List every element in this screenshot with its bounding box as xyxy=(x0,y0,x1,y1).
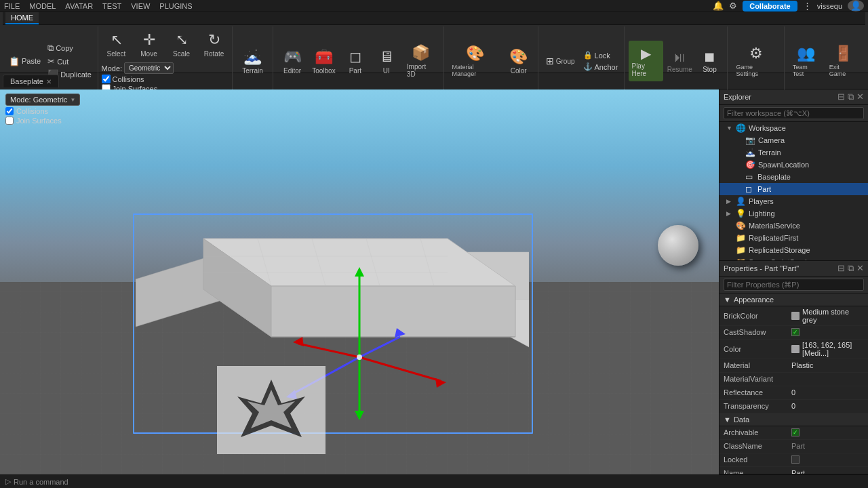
section-label: Data xyxy=(734,415,749,424)
terrain-icon: 🗻 xyxy=(243,48,262,66)
exit-game-button[interactable]: 🚪 Exit Game xyxy=(825,43,861,79)
group-button[interactable]: ⊞ Group xyxy=(542,54,579,68)
tab-close[interactable]: ✕ xyxy=(46,78,52,85)
prop-row[interactable]: Archivable✓ xyxy=(719,426,868,440)
collisions-check[interactable]: Collisions xyxy=(5,107,62,115)
menu-view[interactable]: VIEW xyxy=(131,2,150,10)
tab-home[interactable]: HOME xyxy=(5,12,39,24)
prop-checkbox[interactable] xyxy=(791,455,800,464)
play-here-button[interactable]: ▶ Play Here xyxy=(629,41,663,81)
terrain-button[interactable]: 🗻 Terrain xyxy=(238,46,268,77)
data-section-header[interactable]: ▼Data xyxy=(719,413,868,426)
prop-value[interactable]: [163, 162, 165] [Medi...] xyxy=(791,341,864,357)
prop-row[interactable]: BrickColorMedium stone grey xyxy=(719,306,868,326)
explorer-item[interactable]: 🎨MaterialService xyxy=(719,220,868,232)
properties-filter-input[interactable] xyxy=(724,279,864,291)
properties-minimize-icon[interactable]: ⊟ xyxy=(837,263,845,274)
prop-row[interactable]: NamePart xyxy=(719,467,868,474)
viewport[interactable]: Mode: Geometric ▼ Collisions Join Surfac… xyxy=(0,89,719,474)
stop-button[interactable]: ⏹ Stop xyxy=(696,41,723,81)
rotate-button[interactable]: ↻ Rotate xyxy=(199,29,229,60)
item-label: Players xyxy=(749,197,774,205)
team-test-button[interactable]: 👥 Team Test xyxy=(789,43,824,79)
properties-close-icon[interactable]: ✕ xyxy=(856,263,864,274)
color-swatch xyxy=(791,312,800,320)
collisions-checkbox[interactable] xyxy=(102,75,111,83)
select-button[interactable]: ↖ Select xyxy=(102,29,132,60)
properties-float-icon[interactable]: ⧉ xyxy=(848,263,854,274)
resume-button[interactable]: ⏯ Resume xyxy=(665,41,694,81)
menu-file[interactable]: FILE xyxy=(4,2,20,10)
menu-model[interactable]: MODEL xyxy=(29,2,56,10)
prop-row[interactable]: Reflectance0 xyxy=(719,386,868,400)
explorer-minimize-icon[interactable]: ⊟ xyxy=(837,92,845,102)
tab-baseplate[interactable]: Baseplate ✕ xyxy=(3,75,59,87)
cut-button[interactable]: ✂ Cut xyxy=(45,56,94,67)
color-button[interactable]: 🎨 Color xyxy=(504,46,534,77)
prop-key: Name xyxy=(724,469,791,474)
prop-row[interactable]: Transparency0 xyxy=(719,400,868,413)
vp-join-surfaces-checkbox[interactable] xyxy=(5,117,14,125)
prop-row[interactable]: ClassNamePart xyxy=(719,440,868,453)
prop-value[interactable]: ✓ xyxy=(791,328,864,336)
vp-collisions-checkbox[interactable] xyxy=(5,107,14,115)
move-button[interactable]: ✛ Move xyxy=(134,29,164,60)
paste-button[interactable]: 📋 Paste xyxy=(6,56,43,67)
editor-button[interactable]: 🎮 Editor xyxy=(277,46,307,77)
scale-button[interactable]: ⤡ Scale xyxy=(167,29,197,60)
item-label: ServerScriptService xyxy=(749,258,814,260)
appearance-section-header[interactable]: ▼Appearance xyxy=(719,293,868,306)
prop-row[interactable]: MaterialVariant xyxy=(719,373,868,386)
menu-plugins[interactable]: PLUGINS xyxy=(159,2,192,10)
prop-value[interactable]: Medium stone grey xyxy=(791,308,864,324)
explorer-item[interactable]: 📷Camera xyxy=(719,134,868,146)
material-manager-button[interactable]: 🎨 Material Manager xyxy=(448,43,502,79)
expand-arrow[interactable]: ▼ xyxy=(726,125,733,131)
lock-button[interactable]: 🔒 Lock xyxy=(580,50,621,60)
collaborate-button[interactable]: Collaborate xyxy=(743,1,797,12)
menu-avatar[interactable]: AVATAR xyxy=(65,2,93,10)
explorer-item[interactable]: 📁ReplicatedStorage xyxy=(719,244,868,256)
explorer-item[interactable]: 🎯SpawnLocation xyxy=(719,159,868,171)
menu-test[interactable]: TEST xyxy=(102,2,121,10)
explorer-item[interactable]: ▼🌐Workspace xyxy=(719,122,868,134)
copy-button[interactable]: ⧉ Copy xyxy=(45,42,94,54)
mode-select[interactable]: Geometric xyxy=(124,62,174,74)
game-settings-button[interactable]: ⚙ Game Settings xyxy=(732,43,779,79)
bell-icon[interactable]: 🔔 xyxy=(713,1,724,11)
import3d-button[interactable]: 📦 Import 3D xyxy=(403,42,439,80)
mode-label: Mode: xyxy=(102,64,123,73)
explorer-item[interactable]: 📁ServerScriptService xyxy=(719,256,868,260)
explorer-item[interactable]: ◻Part xyxy=(719,183,868,195)
explorer-float-icon[interactable]: ⧉ xyxy=(848,92,854,102)
explorer-header-icons: ⊟ ⧉ ✕ xyxy=(837,92,864,102)
explorer-item[interactable]: ▭Baseplate xyxy=(719,171,868,183)
explorer-item[interactable]: 📁ReplicatedFirst xyxy=(719,232,868,244)
more-icon[interactable]: ⋮ xyxy=(803,1,812,11)
prop-row[interactable]: Locked xyxy=(719,453,868,467)
command-prompt: ▷ xyxy=(5,477,11,486)
explorer-item[interactable]: ▶👤Players xyxy=(719,195,868,207)
collisions-row[interactable]: Collisions xyxy=(102,75,174,83)
explorer-close-icon[interactable]: ✕ xyxy=(856,92,864,102)
settings-icon[interactable]: ⚙ xyxy=(729,1,737,11)
join-surfaces-check[interactable]: Join Surfaces xyxy=(5,117,62,125)
prop-row[interactable]: MaterialPlastic xyxy=(719,359,868,373)
prop-row[interactable]: Color[163, 162, 165] [Medi...] xyxy=(719,340,868,359)
expand-arrow[interactable]: ▶ xyxy=(726,210,733,217)
ui-button[interactable]: 🖥 UI xyxy=(372,46,401,77)
prop-checkbox[interactable]: ✓ xyxy=(791,328,800,336)
insert-items: 🎮 Editor 🧰 Toolbox ◻ Part 🖥 UI xyxy=(277,29,439,93)
prop-checkbox[interactable]: ✓ xyxy=(791,428,800,436)
anchor-button[interactable]: ⚓ Anchor xyxy=(580,62,621,72)
game-settings-label: Game Settings xyxy=(736,64,775,77)
explorer-item[interactable]: ▶💡Lighting xyxy=(719,207,868,220)
mode-dropdown[interactable]: Mode: Geometric ▼ xyxy=(5,94,80,106)
expand-arrow[interactable]: ▶ xyxy=(726,198,733,205)
toolbox-button[interactable]: 🧰 Toolbox xyxy=(309,46,339,77)
item-icon: 📁 xyxy=(736,233,746,243)
prop-row[interactable]: CastShadow✓ xyxy=(719,326,868,340)
explorer-item[interactable]: 🗻Terrain xyxy=(719,146,868,159)
explorer-filter-input[interactable] xyxy=(724,107,864,119)
part-button[interactable]: ◻ Part xyxy=(340,46,370,77)
